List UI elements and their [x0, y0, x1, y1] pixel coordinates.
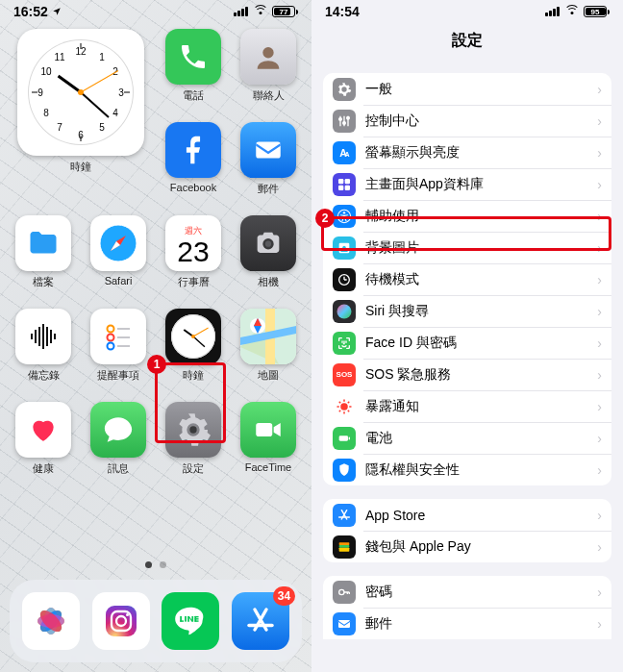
status-time: 16:52 — [13, 4, 62, 19]
settings-row-homescreen[interactable]: 主畫面與App資料庫› — [323, 168, 611, 200]
dock-photos[interactable] — [22, 592, 80, 650]
settings-row-mail[interactable]: 郵件› — [323, 608, 611, 639]
settings-row-battery[interactable]: 電池› — [323, 422, 611, 454]
line-icon — [172, 603, 209, 639]
page-dots[interactable] — [0, 561, 312, 568]
svg-point-27 — [265, 241, 271, 247]
settings-row-sos[interactable]: SOSSOS 緊急服務› — [323, 359, 611, 390]
clock-widget[interactable]: 12369 12 45 78 1011 時鐘 — [12, 29, 150, 196]
svg-rect-110 — [339, 545, 350, 548]
app-label: 提醒事項 — [97, 368, 139, 383]
svg-rect-111 — [339, 547, 350, 551]
svg-rect-64 — [181, 620, 185, 621]
svg-line-17 — [81, 92, 109, 117]
svg-text:A: A — [345, 151, 350, 158]
app-mail[interactable]: 郵件 — [236, 122, 301, 196]
svg-rect-105 — [349, 436, 350, 439]
clock-small-icon — [171, 314, 215, 359]
settings-group-3: 密碼›郵件› — [323, 576, 611, 639]
chevron-right-icon: › — [597, 431, 602, 446]
dock-line[interactable] — [162, 592, 219, 650]
appstore-icon — [243, 604, 278, 638]
battery-text: 77 — [274, 8, 293, 16]
svg-point-62 — [126, 613, 129, 616]
reminders-icon — [101, 319, 136, 354]
svg-line-101 — [348, 410, 350, 411]
settings-row-display[interactable]: AA螢幕顯示與亮度› — [323, 137, 611, 168]
chevron-right-icon: › — [597, 113, 602, 129]
wifi-icon — [253, 7, 267, 17]
settings-row-controlcenter[interactable]: 控制中心› — [323, 105, 611, 137]
app-safari[interactable]: Safari — [86, 215, 151, 289]
app-phone[interactable]: 電話 — [161, 29, 226, 103]
settings-row-exposure[interactable]: 暴露通知› — [323, 390, 611, 422]
sos-icon: SOS — [333, 363, 356, 386]
chevron-right-icon: › — [597, 399, 602, 414]
app-voicememo[interactable]: 備忘錄 — [11, 309, 76, 383]
app-label: 聯絡人 — [253, 88, 285, 103]
svg-text:2: 2 — [112, 66, 118, 77]
status-time: 14:54 — [325, 4, 360, 19]
app-camera[interactable]: 相機 — [236, 215, 301, 289]
settings-row-siri[interactable]: Siri 與搜尋› — [323, 295, 611, 327]
app-facebook[interactable]: Facebook — [161, 122, 226, 196]
row-label: 隱私權與安全性 — [365, 461, 587, 479]
app-reminders[interactable]: 提醒事項 — [86, 309, 151, 383]
settings-list[interactable]: 一般›控制中心›AA螢幕顯示與亮度›主畫面與App資料庫›輔助使用›背景圖片›待… — [312, 73, 623, 639]
app-calendar[interactable]: 週六23行事曆 — [161, 215, 226, 289]
camera-icon — [252, 227, 285, 260]
chevron-right-icon: › — [597, 304, 602, 319]
svg-text:4: 4 — [112, 108, 118, 118]
callout-badge-2: 2 — [315, 209, 335, 228]
app-label: FaceTime — [245, 461, 292, 473]
app-label: Facebook — [170, 182, 216, 193]
photos-icon — [31, 601, 71, 641]
status-indicators: 95 — [545, 6, 610, 17]
svg-line-100 — [339, 401, 341, 403]
svg-rect-21 — [256, 142, 281, 159]
settings-row-standby[interactable]: 待機模式› — [323, 263, 611, 295]
app-files[interactable]: 檔案 — [11, 215, 76, 289]
passwords-icon — [333, 581, 356, 604]
calendar-day: 23 — [177, 237, 209, 266]
settings-row-privacy[interactable]: 隱私權與安全性› — [323, 454, 611, 485]
svg-point-37 — [108, 343, 114, 350]
dock-appstore[interactable]: 34 — [232, 592, 289, 650]
settings-row-passwords[interactable]: 密碼› — [323, 576, 611, 608]
status-bar-left: 16:52 77 — [0, 0, 312, 21]
appstore-badge: 34 — [273, 586, 295, 606]
svg-rect-83 — [338, 185, 343, 189]
svg-point-95 — [340, 403, 348, 411]
dock-instagram[interactable] — [92, 592, 150, 650]
app-maps[interactable]: 地圖 — [236, 309, 301, 383]
svg-rect-69 — [195, 616, 197, 622]
battery-indicator: 77 — [272, 6, 298, 17]
settings-row-faceid[interactable]: Face ID 與密碼› — [323, 327, 611, 359]
app-contacts[interactable]: 聯絡人 — [236, 29, 301, 103]
app-label: 郵件 — [258, 182, 279, 196]
callout-badge-1: 1 — [147, 355, 166, 374]
settings-row-appstore[interactable]: App Store› — [323, 499, 611, 531]
app-messages[interactable]: 訊息 — [86, 402, 151, 476]
row-label: 主畫面與App資料庫 — [365, 176, 587, 193]
row-label: 郵件 — [365, 615, 587, 633]
app-health[interactable]: 健康 — [11, 402, 76, 476]
settings-row-general[interactable]: 一般› — [323, 73, 611, 105]
controlcenter-icon — [333, 110, 356, 133]
row-label: SOS 緊急服務 — [365, 366, 587, 384]
chevron-right-icon: › — [597, 367, 602, 383]
homescreen-icon — [333, 173, 356, 196]
battery-text: 95 — [586, 8, 605, 16]
clock-face-icon: 12369 12 45 78 1011 — [28, 39, 134, 145]
svg-line-103 — [348, 401, 350, 403]
clock-widget-label: 時鐘 — [70, 160, 91, 174]
privacy-icon — [333, 459, 356, 482]
settings-row-wallet[interactable]: 錢包與 Apple Pay› — [323, 531, 611, 562]
svg-line-102 — [339, 410, 341, 411]
app-label: 檔案 — [33, 275, 54, 289]
app-facetime[interactable]: FaceTime — [236, 402, 301, 476]
svg-line-16 — [59, 76, 81, 92]
svg-rect-116 — [338, 620, 350, 628]
status-bar-right: 14:54 95 — [312, 0, 623, 21]
svg-point-35 — [108, 326, 114, 333]
